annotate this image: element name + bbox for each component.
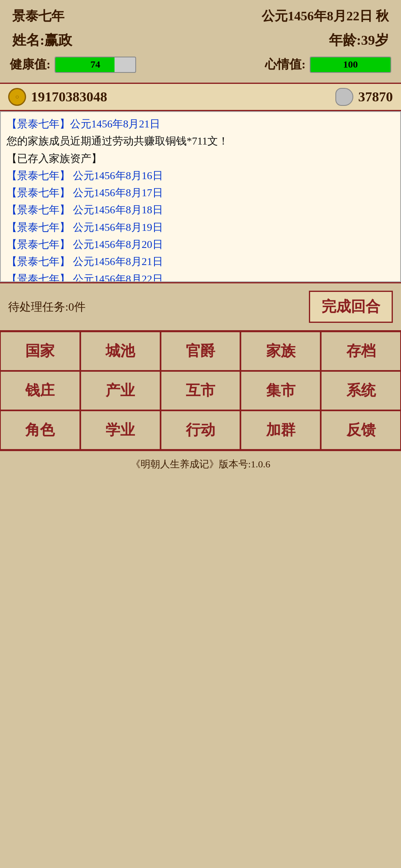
gold-icon — [8, 88, 26, 106]
nav-jishi[interactable]: 集市 — [240, 371, 321, 410]
complete-button[interactable]: 完成回合 — [309, 291, 393, 323]
nav-xingdong[interactable]: 行动 — [161, 410, 241, 450]
log-entry-8: 【景泰七年】 公元1456年8月21日 — [7, 254, 394, 270]
log-entry-9: 【景泰七年】 公元1456年8月22日 — [7, 271, 394, 282]
nav-chengchi[interactable]: 城池 — [80, 331, 161, 371]
mood-bar: 100 — [310, 57, 391, 73]
log-wrapper: 【景泰七年】公元1456年8月21日 您的家族成员近期通过劳动共赚取铜钱*711… — [0, 111, 401, 282]
gold-amount: 19170383048 — [31, 89, 107, 105]
silver-icon — [335, 88, 353, 106]
nav-fankui[interactable]: 反馈 — [321, 410, 401, 450]
footer-text: 《明朝人生养成记》版本号:1.0.6 — [131, 459, 271, 469]
date-label: 公元1456年8月22日 秋 — [262, 7, 389, 25]
gold-group: 19170383048 — [8, 88, 107, 106]
mood-label: 心情值: — [265, 56, 306, 73]
task-complete-row: 待处理任务:0件 完成回合 — [0, 282, 401, 330]
nav-qianzhuang[interactable]: 钱庄 — [0, 371, 80, 410]
nav-hushi[interactable]: 互市 — [161, 371, 241, 410]
health-label: 健康值: — [10, 56, 51, 73]
log-entry-1: 您的家族成员近期通过劳动共赚取铜钱*711文！ — [7, 133, 394, 149]
mood-group: 心情值: 100 — [265, 56, 391, 73]
mood-value: 100 — [311, 57, 390, 72]
log-section[interactable]: 【景泰七年】公元1456年8月21日 您的家族成员近期通过劳动共赚取铜钱*711… — [0, 111, 401, 282]
silver-amount: 37870 — [358, 89, 393, 105]
log-entry-5: 【景泰七年】 公元1456年8月18日 — [7, 202, 394, 218]
nav-grid: 国家 城池 官爵 家族 存档 钱庄 产业 互市 集市 系统 角色 学业 行动 加… — [0, 330, 401, 450]
log-entry-0: 【景泰七年】公元1456年8月21日 — [7, 116, 394, 132]
nav-xueye[interactable]: 学业 — [80, 410, 161, 450]
log-entry-7: 【景泰七年】 公元1456年8月20日 — [7, 237, 394, 253]
nav-jiazu[interactable]: 家族 — [240, 331, 321, 371]
nav-guojia[interactable]: 国家 — [0, 331, 80, 371]
health-value: 74 — [55, 57, 135, 72]
log-entry-3: 【景泰七年】 公元1456年8月16日 — [7, 168, 394, 184]
currency-row: 19170383048 37870 — [0, 83, 401, 111]
health-group: 健康值: 74 — [10, 56, 136, 73]
health-bar: 74 — [55, 57, 136, 73]
silver-group: 37870 — [335, 88, 393, 106]
player-name: 姓名:赢政 — [12, 31, 72, 50]
nav-juese[interactable]: 角色 — [0, 410, 80, 450]
era-label: 景泰七年 — [12, 7, 64, 25]
nav-guanjue[interactable]: 官爵 — [161, 331, 241, 371]
player-age: 年龄:39岁 — [329, 31, 389, 50]
footer: 《明朝人生养成记》版本号:1.0.6 — [0, 450, 401, 477]
task-label: 待处理任务:0件 — [8, 299, 86, 315]
nav-cundang[interactable]: 存档 — [321, 331, 401, 371]
log-entry-2: 【已存入家族资产】 — [7, 151, 394, 167]
log-entry-6: 【景泰七年】 公元1456年8月19日 — [7, 219, 394, 236]
nav-jiaqun[interactable]: 加群 — [240, 410, 321, 450]
nav-chanye[interactable]: 产业 — [80, 371, 161, 410]
log-entry-4: 【景泰七年】 公元1456年8月17日 — [7, 185, 394, 201]
nav-xitong[interactable]: 系统 — [321, 371, 401, 410]
